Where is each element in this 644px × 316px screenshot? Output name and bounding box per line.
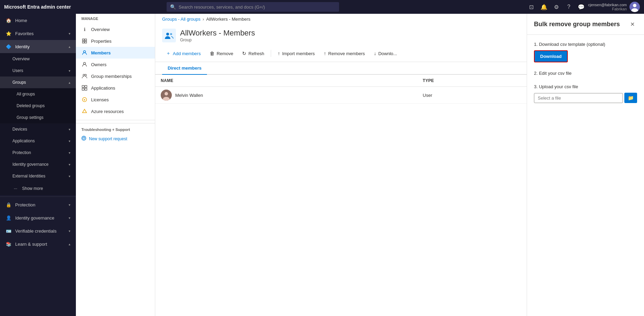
sidebar-item-home[interactable]: 🏠 Home: [0, 14, 76, 27]
sec-nav-overview[interactable]: ℹ Overview: [76, 23, 155, 35]
refresh-button[interactable]: ↻ Refresh: [238, 48, 268, 59]
step1-label: 1. Download csv template (optional): [534, 42, 637, 47]
governance-icon: 👤: [6, 215, 12, 221]
sec-nav-properties[interactable]: Properties: [76, 35, 155, 47]
sidebar-item-identity-governance2[interactable]: 👤 Identity governance ▾: [0, 211, 76, 224]
sec-nav-licenses[interactable]: ✦ Licenses: [76, 94, 155, 105]
sec-nav-members[interactable]: Members: [76, 47, 155, 59]
members-icon: [81, 50, 88, 56]
download-csv-button[interactable]: Download: [534, 50, 568, 62]
search-icon: 🔍: [170, 4, 176, 10]
new-support-request-link[interactable]: New support request: [81, 134, 149, 143]
step2-label: 2. Edit your csv file: [534, 71, 637, 76]
close-panel-button[interactable]: ✕: [627, 19, 637, 29]
remove-button[interactable]: 🗑 Remove: [206, 48, 237, 59]
search-bar: 🔍: [167, 2, 339, 12]
sidebar-item-all-groups[interactable]: All groups: [0, 88, 76, 100]
import-members-button[interactable]: ↑ Import members: [274, 48, 319, 59]
remove-members-button[interactable]: ↑ Remove members: [320, 48, 369, 59]
svg-point-1: [633, 4, 636, 7]
page-header: AllWorkers - Members Group: [155, 24, 527, 45]
sidebar-item-overview[interactable]: Overview: [0, 53, 76, 65]
svg-point-23: [165, 92, 168, 95]
page-header-text: AllWorkers - Members Group: [180, 29, 255, 42]
sidebar-item-protection2[interactable]: 🔒 Protection ▾: [0, 198, 76, 211]
svg-rect-11: [82, 85, 84, 88]
azure-resources-icon: [81, 108, 88, 114]
search-input[interactable]: [179, 4, 336, 10]
svg-text:✦: ✦: [83, 98, 86, 102]
topbar-icons: ⊡ 🔔 ⚙ ? 💬 cjensen@fabrikan.com Fabrikan: [526, 1, 640, 12]
svg-rect-13: [82, 88, 84, 90]
sec-manage-label: Manage: [76, 14, 155, 23]
content-area: Groups - All groups › AllWorkers - Membe…: [155, 14, 527, 316]
table-row[interactable]: Melvin Wallen User: [155, 87, 527, 104]
chevron-down-icon: ▾: [69, 139, 70, 143]
chevron-down-icon: ▾: [69, 216, 70, 220]
svg-rect-6: [85, 41, 87, 43]
tab-direct-members[interactable]: Direct members: [162, 62, 207, 75]
groups-submenu: All groups Deleted groups Group settings: [0, 88, 76, 123]
sidebar: 🏠 Home ⭐ Favorites ▾ 🔷 Identity ▴ Overvi…: [0, 14, 76, 316]
right-panel-header: Bulk remove group members ✕: [527, 14, 644, 35]
file-select-input[interactable]: [534, 93, 623, 103]
svg-point-9: [83, 74, 85, 76]
avatar: [630, 2, 640, 12]
download-button[interactable]: ↓ Downlo...: [370, 48, 401, 59]
breadcrumb-current: AllWorkers - Members: [206, 17, 250, 22]
sec-nav-group-memberships[interactable]: Group memberships: [76, 70, 155, 82]
breadcrumb-link-groups[interactable]: Groups - All groups: [162, 17, 200, 22]
support-icon: [81, 136, 86, 142]
vc-icon: 🪪: [6, 228, 12, 234]
sidebar-item-identity-governance[interactable]: Identity governance ▾: [0, 159, 76, 170]
brand-label: Microsoft Entra admin center: [4, 4, 71, 10]
sidebar-item-identity[interactable]: 🔷 Identity ▴: [0, 40, 76, 53]
page-title: AllWorkers - Members: [180, 29, 255, 38]
help-icon[interactable]: ?: [563, 1, 574, 12]
sidebar-item-devices[interactable]: Devices ▾: [0, 123, 76, 135]
main-layout: 🏠 Home ⭐ Favorites ▾ 🔷 Identity ▴ Overvi…: [0, 0, 644, 316]
user-org: Fabrikan: [588, 7, 627, 11]
chevron-down-icon: ▾: [69, 151, 70, 155]
chevron-up-icon: ▴: [69, 242, 70, 246]
svg-point-20: [166, 33, 169, 35]
sidebar-item-protection[interactable]: Protection ▾: [0, 147, 76, 159]
identity-submenu: Overview Users ▾ Groups ▴ All groups Del…: [0, 53, 76, 195]
plus-icon: ＋: [166, 50, 171, 57]
sec-nav-applications[interactable]: Applications: [76, 82, 155, 94]
sec-nav-owners[interactable]: Owners: [76, 59, 155, 70]
page-subtitle: Group: [180, 38, 255, 42]
chevron-down-icon: ▾: [69, 163, 70, 166]
svg-rect-4: [85, 39, 87, 41]
cell-type: User: [417, 87, 527, 104]
sidebar-item-groups[interactable]: Groups ▴: [0, 77, 76, 88]
sidebar-item-show-more[interactable]: ··· Show more: [0, 182, 76, 195]
sidebar-item-applications[interactable]: Applications ▾: [0, 135, 76, 147]
sidebar-item-verifiable-credentials[interactable]: 🪪 Verifiable credentials ▾: [0, 224, 76, 237]
lock-icon: 🔒: [6, 202, 12, 208]
file-browse-button[interactable]: 📁: [624, 93, 637, 103]
folder-icon: 📁: [628, 95, 634, 101]
sec-nav-azure-resources[interactable]: Azure resources: [76, 105, 155, 117]
applications-icon: [81, 85, 88, 91]
sidebar-item-group-settings[interactable]: Group settings: [0, 112, 76, 123]
upload-icon: ↑: [278, 51, 280, 56]
sidebar-item-favorites[interactable]: ⭐ Favorites ▾: [0, 27, 76, 40]
feedback-icon[interactable]: 💬: [576, 1, 587, 12]
screencast-icon[interactable]: ⊡: [526, 1, 537, 12]
avatar: [161, 90, 172, 101]
sidebar-item-learn-support[interactable]: 📚 Learn & support ▴: [0, 237, 76, 251]
members-table: NAME TYPE Melvin Wallen: [155, 75, 527, 104]
add-members-button[interactable]: ＋ Add members: [162, 48, 205, 59]
panel-step-3: 3. Upload your csv file 📁: [534, 84, 637, 103]
sidebar-item-external-identities[interactable]: External Identities ▾: [0, 170, 76, 182]
right-panel-content: 1. Download csv template (optional) Down…: [527, 35, 644, 316]
sidebar-item-deleted-groups[interactable]: Deleted groups: [0, 100, 76, 112]
bell-icon[interactable]: 🔔: [538, 1, 549, 12]
gear-icon[interactable]: ⚙: [551, 1, 562, 12]
user-menu[interactable]: cjensen@fabrikan.com Fabrikan: [588, 2, 640, 12]
svg-point-10: [85, 74, 87, 76]
svg-point-7: [83, 51, 86, 53]
right-panel-title: Bulk remove group members: [534, 21, 627, 28]
sidebar-item-users[interactable]: Users ▾: [0, 65, 76, 77]
